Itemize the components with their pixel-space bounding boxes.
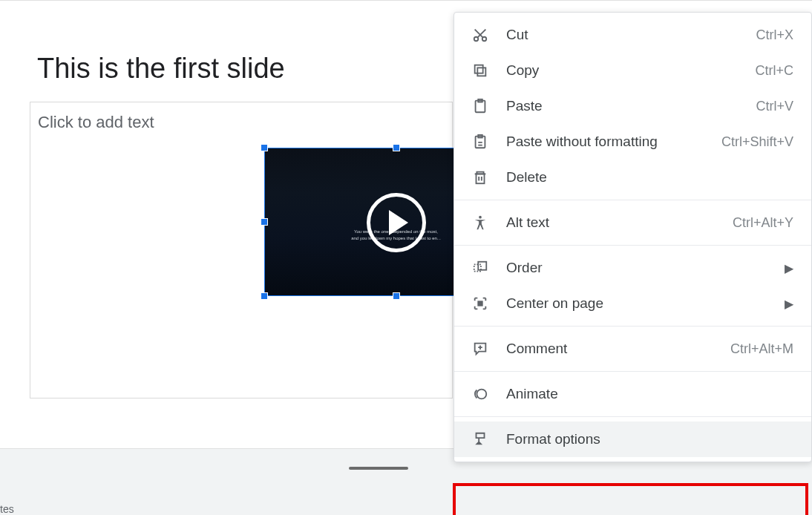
menu-paste[interactable]: Paste Ctrl+V — [454, 88, 811, 124]
svg-point-0 — [474, 37, 479, 42]
svg-rect-2 — [477, 68, 485, 76]
menu-alt-text[interactable]: Alt text Ctrl+Alt+Y — [454, 205, 811, 240]
menu-label: Alt text — [506, 214, 733, 231]
svg-rect-3 — [475, 65, 483, 73]
copy-icon — [472, 62, 488, 79]
menu-label: Center on page — [506, 295, 785, 312]
menu-label: Cut — [506, 27, 756, 43]
selection-handle[interactable] — [393, 292, 400, 300]
comment-icon — [472, 341, 488, 357]
menu-label: Format options — [506, 431, 793, 447]
slide-title[interactable]: This is the first slide — [37, 53, 285, 85]
menu-separator — [454, 326, 811, 327]
menu-cut[interactable]: Cut Ctrl+X — [454, 17, 811, 53]
menu-separator — [454, 245, 811, 246]
svg-point-13 — [477, 390, 486, 399]
animate-icon — [472, 386, 488, 402]
notes-label: tes — [0, 503, 14, 515]
menu-shortcut: Ctrl+V — [756, 99, 793, 114]
menu-comment[interactable]: Comment Ctrl+Alt+M — [454, 331, 811, 367]
play-triangle-icon — [389, 210, 408, 235]
menu-label: Order — [506, 260, 785, 276]
menu-paste-no-format[interactable]: Paste without formatting Ctrl+Shift+V — [454, 124, 811, 160]
menu-animate[interactable]: Animate — [454, 376, 811, 412]
menu-shortcut: Ctrl+Alt+Y — [733, 215, 793, 231]
menu-label: Paste — [506, 98, 756, 114]
menu-format-options[interactable]: Format options — [454, 421, 811, 457]
context-menu: Cut Ctrl+X Copy Ctrl+C Paste Ctrl+V Past… — [454, 12, 812, 462]
svg-point-9 — [479, 216, 482, 219]
format-icon — [472, 431, 488, 447]
chevron-right-icon: ▶ — [785, 297, 793, 311]
menu-center[interactable]: Center on page ▶ — [454, 286, 811, 321]
svg-rect-12 — [478, 301, 482, 306]
delete-icon — [472, 169, 488, 186]
svg-rect-8 — [477, 174, 485, 183]
menu-label: Paste without formatting — [506, 134, 721, 150]
menu-order[interactable]: Order ▶ — [454, 250, 811, 286]
paste-icon — [472, 98, 488, 114]
menu-label: Animate — [506, 386, 793, 402]
accessibility-icon — [472, 214, 488, 231]
menu-shortcut: Ctrl+X — [756, 27, 793, 43]
menu-separator — [454, 371, 811, 372]
center-icon — [472, 295, 488, 312]
order-icon — [472, 260, 488, 276]
menu-shortcut: Ctrl+Shift+V — [721, 134, 793, 150]
svg-rect-11 — [478, 262, 486, 270]
cut-icon — [472, 27, 488, 43]
play-icon[interactable] — [367, 193, 426, 252]
paste-nofmt-icon — [472, 134, 488, 150]
selection-handle[interactable] — [261, 144, 268, 151]
menu-label: Delete — [506, 169, 793, 186]
menu-copy[interactable]: Copy Ctrl+C — [454, 53, 811, 88]
selection-handle[interactable] — [261, 292, 268, 300]
chevron-right-icon: ▶ — [785, 261, 793, 275]
menu-separator — [454, 200, 811, 200]
notes-drag-handle[interactable] — [349, 467, 408, 470]
svg-point-1 — [482, 37, 487, 42]
menu-delete[interactable]: Delete — [454, 160, 811, 195]
selection-handle[interactable] — [261, 218, 268, 226]
menu-separator — [454, 416, 811, 417]
menu-shortcut: Ctrl+Alt+M — [730, 341, 793, 357]
selection-handle[interactable] — [393, 144, 400, 151]
menu-label: Comment — [506, 341, 730, 357]
text-placeholder-label: Click to add text — [38, 113, 154, 132]
menu-label: Copy — [506, 62, 755, 79]
menu-shortcut: Ctrl+C — [755, 63, 793, 79]
